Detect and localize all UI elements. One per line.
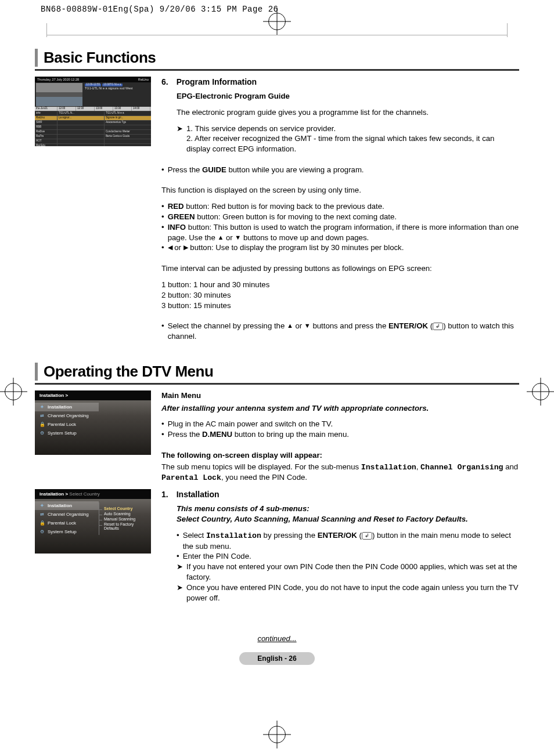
epg-head-channel: thu-Jun21 <box>35 107 57 111</box>
epg-channel-label: RaiUno <box>138 78 149 81</box>
epg-prog <box>104 139 151 143</box>
epg-prog: Signore in gri... <box>104 116 151 120</box>
epg-prog: Berta Centa e Gioda <box>104 135 151 139</box>
dtv-item-channel: ⇄Channel Organising <box>35 510 99 519</box>
epg-head-slot: 13:00 <box>95 107 113 111</box>
dtv-item-system: ⚙System Setup <box>35 527 99 536</box>
note-1: 1. This service depends on service provi… <box>186 124 519 134</box>
bullet-icon: • <box>161 201 164 212</box>
dtv-breadcrumb: Installation > <box>35 390 151 400</box>
bullet-text: Press the GUIDE button while you are vie… <box>168 165 364 175</box>
section-title: Operating the DTV Menu <box>35 363 519 381</box>
paragraph: This function is displayed on the screen… <box>161 185 519 196</box>
crop-tick <box>46 23 47 37</box>
epg-prog: TG1-UTL Ni e a <box>104 111 151 115</box>
dtv-item-installation: ✦Installation <box>35 501 99 510</box>
epg-prog <box>57 121 104 125</box>
interval-1: 1 button: 1 hour and 30 minutes <box>161 280 519 290</box>
right-triangle-icon: ▶ <box>184 244 188 251</box>
epg-ch: RaiUno <box>35 116 57 120</box>
epg-prog: Condoclasmo Weiter <box>104 130 151 134</box>
lock-icon: 🔒 <box>39 422 45 427</box>
continued-label: continued... <box>35 634 519 643</box>
bullet-text: Select the channel by pressing the ▲ or … <box>168 321 519 342</box>
dtv-sub-reset: Reset to Factory Defaults <box>99 522 149 531</box>
epg-ch: arte <box>35 111 57 115</box>
epg-ch: RBB <box>35 125 57 129</box>
dtv-item-parental: 🔒Parental Lock <box>35 420 99 429</box>
paragraph: Time interval can be adjusted by pressin… <box>161 263 519 274</box>
epg-prog <box>104 125 151 129</box>
heading-main-menu: Main Menu <box>161 390 519 401</box>
dtv-submenu: Select Country Auto Scanning Manual Scan… <box>99 502 151 535</box>
arrow-text: If you have not entered your own PIN Cod… <box>186 562 519 583</box>
interval-2: 2 button: 30 minutes <box>161 290 519 301</box>
epg-prog <box>57 144 104 146</box>
epg-prog <box>57 125 104 129</box>
dtv-item-installation: ✦Installation <box>35 403 99 411</box>
bullet-text: ◀ or ▶ button: Use to display the progra… <box>168 243 404 253</box>
epg-preview-image <box>36 83 82 106</box>
crop-mark-top <box>268 13 286 30</box>
heading-following: The following on-screen display will app… <box>161 450 519 461</box>
page: BN68-00889W-01Eng(Spa) 9/20/06 3:15 PM P… <box>0 0 554 756</box>
section-basic-functions: Basic Functions Thursday, 27 July 2020 1… <box>35 49 519 342</box>
gear-icon: ⚙ <box>39 431 45 436</box>
section-title: Basic Functions <box>35 49 519 67</box>
bullet-text: Press the D.MENU button to bring up the … <box>168 429 349 440</box>
section-rule <box>35 69 519 71</box>
bullet-icon: • <box>161 222 164 243</box>
epg-grid: thu-Jun21 12:00 12:30 13:00 13:30 14:00 … <box>35 107 151 146</box>
dtv-screenshot-main: Installation > ✦Installation ⇄Channel Or… <box>35 390 151 455</box>
page-number-pill: English - 26 <box>239 652 315 665</box>
bullet-icon: • <box>161 321 164 342</box>
step-title: Program Information <box>177 77 257 88</box>
epg-prog <box>57 135 104 139</box>
arrow-icon: ➤ <box>177 583 183 603</box>
section-rule <box>35 383 519 385</box>
epg-head-slot: 14:00 <box>132 107 150 111</box>
epg-ch: RaiDue <box>35 130 57 134</box>
dtv-item-parental: 🔒Parental Lock <box>35 519 99 527</box>
lede-text: Select Country, Auto Scanning, Manual Sc… <box>161 514 519 525</box>
bullet-icon: • <box>161 243 164 253</box>
epg-prog: Atacamentos Tgs <box>104 121 151 125</box>
lock-icon: 🔒 <box>39 520 45 526</box>
arrow-text: Once you have entered PIN Code, you do n… <box>186 583 519 603</box>
epg-prog <box>57 139 104 143</box>
section-dtv-menu: Operating the DTV Menu Installation > ✦I… <box>35 363 519 603</box>
section1-body: 6. Program Information EPG-Electronic Pr… <box>161 77 519 342</box>
arrow-icon: ➤ <box>177 124 183 154</box>
dtv-screenshot-installation: Installation > Select Country ✦Installat… <box>35 489 151 554</box>
epg-screenshot: Thursday, 27 July 2020 12:28 RaiUno 12:0… <box>35 77 151 146</box>
bullet-icon: • <box>161 212 164 222</box>
epg-head-slot: 13:30 <box>113 107 132 111</box>
up-triangle-icon: ▲ <box>217 234 224 241</box>
bullet-text: Plug in the AC main power and switch on … <box>168 419 333 429</box>
step-number: 6. <box>161 77 168 88</box>
section2-body-main: Main Menu After installing your antenna … <box>161 390 519 490</box>
bullet-icon: • <box>161 429 164 440</box>
crop-mark-bottom <box>268 726 286 743</box>
crop-tick <box>507 23 508 37</box>
wrench-icon: ✦ <box>39 404 45 410</box>
epg-head-slot: 12:30 <box>76 107 95 111</box>
bullet-text: INFO button: This button is used to watc… <box>168 222 519 243</box>
section2-body-install: 1. Installation This menu consists of 4 … <box>161 489 519 603</box>
gear-icon: ⚙ <box>39 529 45 534</box>
crop-mark-right <box>532 383 549 400</box>
up-triangle-icon: ▲ <box>287 322 293 329</box>
epg-info: 12:00-12:55 13:30TG Ni e a TG1-UTL Ni e … <box>84 82 151 107</box>
dtv-sub-manual-scan: Manual Scanning <box>99 516 149 522</box>
bullet-icon: • <box>161 419 164 429</box>
dtv-item-channel: ⇄Channel Organising <box>35 411 99 420</box>
crop-mark-left <box>5 383 22 400</box>
arrow-icon: ➤ <box>177 562 183 583</box>
bullet-text: GREEN button: Green button is for moving… <box>168 212 397 222</box>
channel-icon: ⇄ <box>39 512 45 517</box>
dtv-sub-auto-scan: Auto Scanning <box>99 511 149 516</box>
epg-prog: La signor... <box>57 116 104 120</box>
epg-prog <box>104 144 151 146</box>
enter-icon: ↲ <box>433 323 443 330</box>
paragraph: The sub menu topics will be displayed. F… <box>161 462 519 484</box>
